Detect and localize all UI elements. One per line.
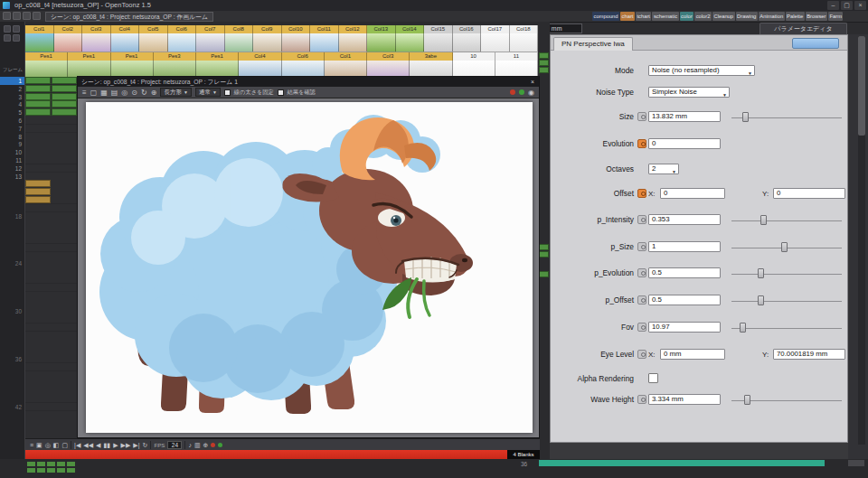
frame-number[interactable]: 36 bbox=[0, 355, 24, 363]
room-tab-cleanup[interactable]: Cleanup bbox=[712, 12, 735, 21]
menu-icon[interactable] bbox=[3, 12, 11, 20]
param-checkbox[interactable] bbox=[648, 373, 658, 383]
prev-frame-button[interactable]: ◀◀ bbox=[83, 439, 93, 451]
column-thumbnail[interactable] bbox=[253, 33, 282, 52]
frame-number[interactable]: 6 bbox=[0, 117, 24, 125]
safe-area-icon[interactable]: ▢ bbox=[90, 87, 98, 98]
column-header[interactable]: Col11 bbox=[310, 25, 339, 33]
onion-skin-icon[interactable]: ◎ bbox=[121, 87, 127, 98]
xsheet-cell-mark[interactable] bbox=[539, 251, 549, 258]
column-header[interactable]: Col15 bbox=[424, 25, 453, 33]
frame-number[interactable]: 4 bbox=[0, 100, 24, 108]
column-header[interactable]: Col1 bbox=[25, 25, 54, 33]
room-tab-color[interactable]: color bbox=[680, 12, 694, 21]
level-cell-marker[interactable] bbox=[57, 468, 65, 473]
parameter-editor-tab[interactable]: パラメータエディタ bbox=[760, 23, 847, 34]
slider-track[interactable] bbox=[731, 328, 842, 329]
room-tab-farm[interactable]: Farm bbox=[828, 12, 844, 21]
level-cell[interactable] bbox=[25, 100, 51, 108]
zoom-icon[interactable]: ⊙ bbox=[131, 87, 137, 98]
key-icon[interactable] bbox=[637, 395, 646, 404]
column-header[interactable]: Col16 bbox=[453, 25, 482, 33]
selection-type-combo[interactable]: 長方形▼ bbox=[160, 88, 191, 97]
column-header[interactable]: Col13 bbox=[367, 25, 396, 33]
param-select[interactable]: Noise (no resampled)▼ bbox=[648, 65, 755, 76]
column-thumbnail[interactable] bbox=[82, 33, 111, 52]
column-header[interactable]: Col5 bbox=[139, 25, 168, 33]
key-icon[interactable] bbox=[637, 215, 646, 224]
rail-icon[interactable] bbox=[13, 25, 20, 33]
fps-field[interactable]: 24 bbox=[167, 441, 182, 449]
frame-number[interactable]: 18 bbox=[0, 212, 24, 220]
slider-track[interactable] bbox=[731, 301, 842, 302]
snapshot-icon[interactable]: ◎ bbox=[45, 439, 51, 451]
sub-camera-icon[interactable]: ▢ bbox=[61, 439, 68, 451]
reset-view-icon[interactable]: ⊕ bbox=[151, 87, 157, 98]
level-cell-marker[interactable] bbox=[27, 462, 35, 466]
level-cell-marker[interactable] bbox=[37, 462, 45, 466]
level-cell-marker[interactable] bbox=[47, 462, 55, 466]
column-thumbnail[interactable] bbox=[310, 33, 339, 52]
param-field[interactable]: 0.5 bbox=[648, 295, 721, 305]
column-thumbnail[interactable] bbox=[453, 33, 482, 52]
red-channel-dot[interactable] bbox=[211, 443, 215, 447]
camera-icon[interactable]: ◉ bbox=[528, 87, 534, 98]
column-header[interactable]: Col4 bbox=[111, 25, 140, 33]
level-cell[interactable] bbox=[52, 108, 77, 116]
column-header[interactable]: Col3 bbox=[82, 25, 111, 33]
column-thumbnail[interactable] bbox=[111, 33, 140, 52]
pause-button[interactable]: ▮▮ bbox=[103, 439, 110, 451]
slider-handle[interactable] bbox=[758, 268, 764, 278]
room-tab-browser[interactable]: Browser bbox=[806, 12, 827, 21]
room-tab-schematic[interactable]: schematic bbox=[652, 12, 678, 21]
green-channel-dot[interactable] bbox=[218, 443, 222, 447]
column-header[interactable]: Col2 bbox=[54, 25, 83, 33]
column-thumbnail[interactable] bbox=[54, 33, 83, 52]
key-icon[interactable] bbox=[637, 350, 646, 359]
param-field[interactable]: 3.334 mm bbox=[648, 394, 721, 405]
xsheet-cell[interactable]: Pes1 bbox=[25, 52, 68, 80]
xsheet-cell-mark[interactable] bbox=[539, 244, 549, 250]
frame-number[interactable]: 2 bbox=[0, 85, 24, 93]
rail-icon[interactable] bbox=[13, 34, 20, 42]
panel-scrollbar-thumb[interactable] bbox=[858, 36, 865, 136]
rail-icon[interactable] bbox=[4, 25, 11, 33]
frame-number[interactable]: 13 bbox=[0, 173, 24, 181]
frame-number[interactable]: 3 bbox=[0, 93, 24, 101]
column-thumbnail[interactable] bbox=[25, 33, 54, 52]
rotate-icon[interactable]: ↻ bbox=[141, 87, 147, 98]
level-cell-marker[interactable] bbox=[67, 462, 75, 466]
sound-icon[interactable]: ♪ bbox=[188, 439, 192, 451]
key-icon[interactable] bbox=[637, 189, 646, 198]
first-frame-button[interactable]: |◀ bbox=[74, 439, 80, 451]
xsheet-cell-mark[interactable] bbox=[539, 67, 549, 73]
play-backward-button[interactable]: ◀ bbox=[96, 439, 100, 451]
level-cell-marker[interactable] bbox=[67, 468, 75, 473]
menu-icon[interactable] bbox=[23, 12, 31, 20]
xsheet-cell-mark[interactable] bbox=[539, 60, 549, 66]
frame-number[interactable]: 12 bbox=[0, 164, 24, 173]
column-thumbnail[interactable] bbox=[282, 33, 311, 52]
xsheet-cell-mark[interactable] bbox=[539, 271, 549, 277]
level-cell[interactable] bbox=[25, 196, 51, 203]
grid-icon[interactable]: ▤ bbox=[111, 87, 118, 98]
param-field[interactable]: 0.5 bbox=[648, 267, 721, 278]
slider-handle[interactable] bbox=[742, 112, 749, 122]
param-field[interactable]: 10.97 bbox=[648, 322, 721, 333]
viewer-checkbox-1[interactable] bbox=[224, 89, 231, 96]
room-tab-drawing[interactable]: Drawing bbox=[736, 12, 758, 21]
slider-track[interactable] bbox=[731, 274, 842, 275]
field-guide-icon[interactable]: ▦ bbox=[100, 87, 108, 98]
level-cell[interactable] bbox=[25, 180, 51, 187]
column-header[interactable]: Col14 bbox=[396, 25, 425, 33]
last-frame-button[interactable]: ▶| bbox=[133, 439, 139, 451]
param-field-y[interactable]: 0 bbox=[773, 188, 845, 199]
level-cell[interactable] bbox=[25, 85, 51, 92]
level-cell-marker[interactable] bbox=[57, 462, 65, 466]
key-icon[interactable] bbox=[637, 139, 646, 148]
save-sequence-icon[interactable]: ▣ bbox=[36, 439, 42, 451]
red-status-dot[interactable] bbox=[510, 89, 515, 95]
room-tab-animation[interactable]: Animation bbox=[759, 12, 785, 21]
param-field-x[interactable]: 0 mm bbox=[660, 349, 725, 360]
level-cell[interactable] bbox=[52, 77, 77, 84]
